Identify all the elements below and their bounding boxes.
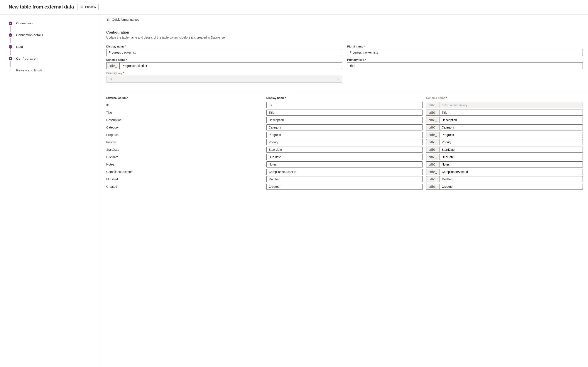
plural-name-label: Plural name* — [347, 45, 583, 48]
primary-key-dropdown: ID — [106, 75, 342, 83]
column-schema-name-input[interactable] — [439, 154, 583, 160]
column-schema-name-input[interactable] — [439, 109, 583, 116]
step-label: Connection — [16, 21, 33, 25]
preview-label: Preview — [85, 5, 96, 9]
column-schema-prefix: crfb6_ — [426, 154, 439, 160]
external-column-name: ComplianceAssetId — [106, 169, 263, 175]
column-schema-name-input[interactable] — [439, 124, 583, 131]
column-schema-name-input[interactable] — [439, 147, 583, 153]
external-column-name: Description — [106, 117, 263, 123]
column-display-name-input[interactable] — [266, 102, 423, 108]
column-display-name-input[interactable] — [266, 147, 423, 153]
external-column-name: Title — [106, 109, 263, 116]
display-name-field: Display name* — [106, 45, 342, 56]
step-connector — [10, 61, 11, 67]
column-schema-name-input[interactable] — [439, 117, 583, 123]
column-schema-name-input[interactable] — [439, 139, 583, 145]
column-display-name-input[interactable] — [266, 109, 423, 116]
quick-format-label: Quick format names — [112, 18, 139, 21]
step-pending-icon — [9, 69, 11, 71]
header: New table from external data Preview — [0, 0, 588, 15]
step-connector — [10, 26, 11, 32]
primary-key-label: Primary key* — [106, 71, 342, 75]
primary-field-input[interactable] — [347, 62, 583, 69]
column-display-name-input[interactable] — [266, 154, 423, 160]
column-display-name-input[interactable] — [266, 124, 423, 131]
primary-field-label: Primary field* — [347, 58, 583, 61]
column-schema-prefix: crfb6_ — [426, 161, 439, 167]
column-display-name-input[interactable] — [266, 184, 423, 190]
step-active-icon — [9, 57, 12, 60]
preview-icon — [80, 5, 84, 9]
external-column-name: StartDate — [106, 147, 263, 153]
configuration-heading: Configuration — [106, 31, 583, 34]
content-panel: Quick format names Configuration Update … — [101, 15, 588, 367]
schema-name-label: Schema name* — [106, 58, 342, 61]
column-display-name-input[interactable] — [266, 132, 423, 138]
column-schema-prefixed: crfb6_ — [426, 161, 583, 167]
column-schema-name-input[interactable] — [439, 176, 583, 182]
column-schema-name-input[interactable] — [439, 184, 583, 190]
column-display-name-input[interactable] — [266, 161, 423, 167]
column-schema-prefix: crfb6_ — [426, 147, 439, 153]
column-schema-name-input[interactable] — [439, 169, 583, 175]
column-schema-prefix: crfb6_ — [426, 102, 439, 108]
column-display-name-input[interactable] — [266, 169, 423, 175]
column-schema-prefix: crfb6_ — [426, 184, 439, 190]
schema-prefix: crfb6_ — [106, 62, 119, 69]
plural-name-field: Plural name* — [347, 45, 583, 56]
step-connector — [10, 50, 11, 55]
step-label: Data — [16, 45, 23, 49]
schema-name-field: Schema name* crfb6_ — [106, 58, 342, 69]
column-schema-prefixed: crfb6_ — [426, 139, 583, 145]
external-column-name: ID — [106, 102, 263, 108]
step-check-icon — [9, 22, 12, 25]
configuration-section: Configuration Update the table name and … — [101, 25, 588, 91]
column-schema-prefixed: crfb6_ — [426, 102, 583, 108]
step-label: Connection details — [16, 33, 43, 37]
step-check-icon — [9, 45, 12, 49]
external-column-name: Notes — [106, 161, 263, 167]
columns-header-display: Display name* — [266, 96, 423, 101]
step-connection-details[interactable]: Connection details — [9, 33, 101, 45]
external-column-name: DueDate — [106, 154, 263, 160]
column-schema-prefix: crfb6_ — [426, 124, 439, 131]
steps-sidebar: ConnectionConnection detailsDataConfigur… — [0, 15, 101, 367]
schema-name-input[interactable] — [119, 62, 342, 69]
step-review-and-finish[interactable]: Review and finish — [9, 68, 101, 80]
column-schema-prefixed: crfb6_ — [426, 109, 583, 116]
column-schema-prefixed: crfb6_ — [426, 124, 583, 131]
preview-button[interactable]: Preview — [77, 4, 99, 10]
step-connector — [10, 38, 11, 43]
external-column-name: Created — [106, 184, 263, 190]
column-schema-prefixed: crfb6_ — [426, 184, 583, 190]
schema-name-prefixed: crfb6_ — [106, 62, 342, 69]
column-schema-prefixed: crfb6_ — [426, 176, 583, 182]
column-schema-name-input — [439, 102, 583, 108]
column-display-name-input[interactable] — [266, 176, 423, 182]
column-schema-name-input[interactable] — [439, 161, 583, 167]
column-display-name-input[interactable] — [266, 117, 423, 123]
columns-header-schema: Schema name* — [426, 96, 583, 101]
page-title: New table from external data — [9, 4, 74, 10]
configuration-subtitle: Update the table name and details of the… — [106, 36, 583, 39]
step-check-icon — [9, 33, 12, 37]
display-name-input[interactable] — [106, 49, 342, 56]
quick-format-button[interactable]: Quick format names — [106, 18, 139, 22]
step-data[interactable]: Data — [9, 45, 101, 56]
primary-key-field: Primary key* ID — [106, 71, 342, 83]
primary-key-value: ID — [109, 77, 112, 81]
step-configuration[interactable]: Configuration — [9, 56, 101, 68]
column-schema-prefix: crfb6_ — [426, 169, 439, 175]
column-schema-name-input[interactable] — [439, 132, 583, 138]
display-name-label: Display name* — [106, 45, 342, 48]
column-schema-prefixed: crfb6_ — [426, 154, 583, 160]
toolbar: Quick format names — [101, 15, 588, 25]
external-column-name: Priority — [106, 139, 263, 145]
chevron-down-icon — [337, 78, 340, 80]
columns-header-external: External column — [106, 96, 263, 101]
column-schema-prefixed: crfb6_ — [426, 117, 583, 123]
column-display-name-input[interactable] — [266, 139, 423, 145]
step-connection[interactable]: Connection — [9, 21, 101, 33]
plural-name-input[interactable] — [347, 49, 583, 56]
